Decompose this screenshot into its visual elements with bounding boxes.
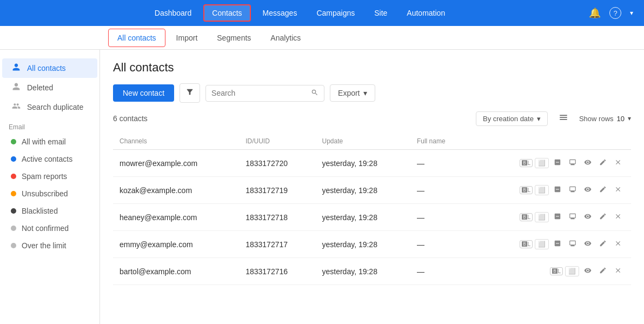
email-section-label: Email (0, 117, 99, 133)
sidebar-item-not-confirmed[interactable]: Not confirmed (2, 220, 97, 237)
export-button[interactable]: Export ▾ (330, 84, 375, 102)
new-contact-button[interactable]: New contact (113, 84, 174, 102)
col-header-id: ID/UUID (239, 133, 315, 150)
cell-actions: 🅱L ⬜ (468, 177, 631, 204)
sidebar-item-unsubscribed[interactable]: Unsubscribed (2, 185, 97, 202)
sub-nav-segments[interactable]: Segments (208, 29, 260, 47)
nav-item-dashboard[interactable]: Dashboard (147, 5, 200, 21)
help-icon[interactable]: ? (609, 7, 621, 19)
delete-button[interactable] (612, 183, 625, 197)
cell-actions: 🅱L ⬜ (468, 150, 631, 177)
filter-icon (185, 88, 194, 96)
cell-update: yesterday, 19:28 (315, 231, 410, 258)
col-header-channels: Channels (113, 133, 239, 150)
delete-button[interactable] (612, 265, 625, 278)
bl-badge-button[interactable]: 🅱L (520, 240, 533, 248)
sidebar-label-over-the-limit: Over the limit (22, 241, 66, 250)
sidebar-item-blacklisted[interactable]: Blacklisted (2, 202, 97, 220)
bl-badge-button[interactable]: 🅱L (520, 186, 533, 194)
cell-email: mowrer@example.com (113, 150, 239, 177)
sub-nav-analytics[interactable]: Analytics (262, 29, 309, 47)
edit-button[interactable] (596, 156, 609, 170)
filter-button[interactable] (180, 83, 200, 103)
checkbox-button[interactable] (551, 237, 564, 251)
table-row: emmy@example.com 1833172717 yesterday, 1… (113, 231, 631, 258)
monitor-button[interactable] (566, 156, 579, 170)
view-button[interactable] (581, 156, 594, 170)
sidebar-item-all-with-email[interactable]: All with email (2, 133, 97, 150)
contacts-table: Channels ID/UUID Update Full name mowrer… (113, 133, 631, 285)
cell-actions: 🅱L ⬜ (468, 231, 631, 258)
nav-item-campaigns[interactable]: Campaigns (309, 5, 362, 21)
sidebar-item-deleted[interactable]: Deleted (2, 78, 97, 97)
sidebar-item-search-duplicate[interactable]: Search duplicate (2, 97, 97, 117)
view-button[interactable] (581, 210, 594, 224)
checkbox-button[interactable] (551, 183, 564, 197)
export-chevron-icon: ▾ (363, 89, 367, 97)
delete-button[interactable] (612, 210, 625, 224)
monitor-button[interactable] (566, 183, 579, 197)
delete-button[interactable] (612, 237, 625, 251)
table-row: heaney@example.com 1833172718 yesterday,… (113, 204, 631, 231)
sidebar-item-all-contacts[interactable]: All contacts (2, 58, 97, 78)
cell-email: bartol@example.com (113, 258, 239, 285)
edit-button[interactable] (596, 265, 609, 278)
toolbar: New contact Export ▾ (113, 83, 631, 103)
view-button[interactable] (581, 237, 594, 251)
columns-icon[interactable] (556, 110, 570, 127)
all-with-email-dot (11, 139, 16, 144)
search-box (205, 85, 324, 102)
top-nav: Dashboard Contacts Messages Campaigns Si… (0, 0, 644, 26)
table-row: kozak@example.com 1833172719 yesterday, … (113, 177, 631, 204)
sort-label: By creation date (483, 115, 534, 123)
page-title: All contacts (113, 61, 631, 75)
sidebar-label-all-contacts: All contacts (27, 64, 66, 72)
view-button[interactable] (581, 265, 594, 278)
bell-icon[interactable]: 🔔 (589, 7, 601, 19)
sidebar-item-active-contacts[interactable]: Active contacts (2, 150, 97, 168)
search-input[interactable] (211, 89, 311, 97)
search-duplicate-icon (11, 102, 22, 113)
sidebar-label-search-duplicate: Search duplicate (27, 103, 83, 111)
view-button[interactable] (581, 183, 594, 197)
chevron-down-icon[interactable]: ▾ (630, 9, 633, 17)
checkbox-button[interactable] (551, 210, 564, 224)
checkbox-button[interactable] (551, 156, 564, 170)
sidebar-label-all-with-email: All with email (22, 137, 66, 146)
bl-badge-button[interactable]: 🅱L (550, 267, 563, 275)
sort-by-button[interactable]: By creation date ▾ (476, 111, 548, 126)
bl-badge-button[interactable]: 🅱L (520, 213, 533, 221)
nav-item-contacts[interactable]: Contacts (203, 4, 250, 22)
delete-button[interactable] (612, 156, 625, 170)
cell-id: 1833172719 (239, 177, 315, 204)
monitor-button[interactable] (566, 210, 579, 224)
monitor-button[interactable] (566, 237, 579, 251)
nav-item-site[interactable]: Site (367, 5, 395, 21)
copy-button[interactable]: ⬜ (535, 158, 549, 168)
sidebar-item-spam-reports[interactable]: Spam reports (2, 168, 97, 185)
cell-fullname: — (410, 177, 468, 204)
rows-chevron-icon[interactable]: ▾ (628, 115, 631, 122)
copy-button[interactable]: ⬜ (535, 239, 549, 249)
sort-controls: By creation date ▾ Show rows 10 ▾ (476, 110, 631, 127)
sub-nav-all-contacts[interactable]: All contacts (108, 29, 165, 47)
table-row: bartol@example.com 1833172716 yesterday,… (113, 258, 631, 285)
cell-id: 1833172720 (239, 150, 315, 177)
nav-item-automation[interactable]: Automation (399, 5, 453, 21)
copy-button[interactable]: ⬜ (535, 212, 549, 222)
copy-button[interactable]: ⬜ (565, 266, 579, 276)
sort-chevron-icon: ▾ (537, 115, 541, 123)
not-confirmed-dot (11, 226, 16, 231)
bl-badge-button[interactable]: 🅱L (520, 159, 533, 167)
sub-nav-import[interactable]: Import (168, 29, 207, 47)
copy-button[interactable]: ⬜ (535, 185, 549, 195)
cell-fullname: — (410, 150, 468, 177)
cell-update: yesterday, 19:28 (315, 258, 410, 285)
edit-button[interactable] (596, 237, 609, 251)
edit-button[interactable] (596, 210, 609, 224)
top-nav-items: Dashboard Contacts Messages Campaigns Si… (11, 4, 589, 22)
contacts-bar: 6 contacts By creation date ▾ Show rows … (113, 110, 631, 127)
nav-item-messages[interactable]: Messages (255, 5, 305, 21)
edit-button[interactable] (596, 183, 609, 197)
sidebar-item-over-the-limit[interactable]: Over the limit (2, 237, 97, 254)
